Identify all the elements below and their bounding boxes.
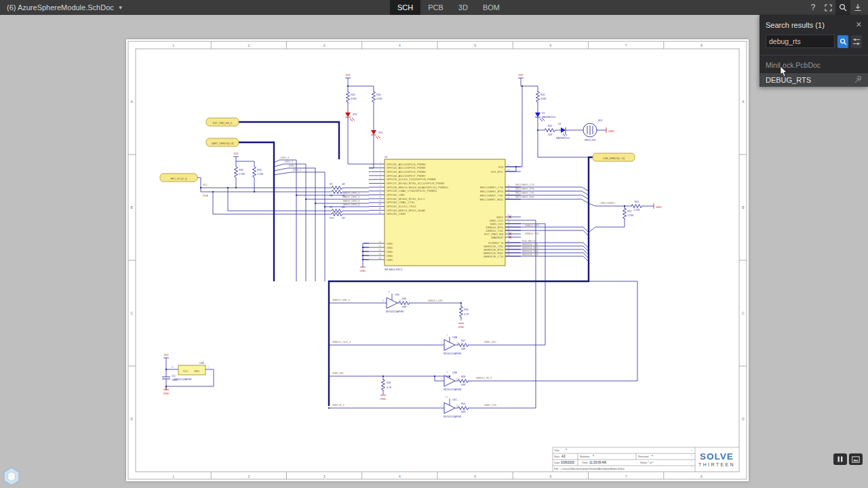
svg-text:R49: R49 (387, 382, 391, 384)
generated-label: 33 (507, 247, 510, 249)
generated-label: 4 (399, 474, 401, 479)
download-icon[interactable] (850, 0, 865, 15)
svg-text:Date:: Date: (554, 461, 561, 464)
generated-label: 10 (378, 192, 381, 195)
generated-label: 17 (507, 184, 510, 187)
generated-label: GPIO64_CNA1_CTS1 (387, 201, 415, 204)
svg-text:R50: R50 (461, 403, 466, 405)
svg-text:GND: GND (380, 397, 387, 401)
svg-text:SWD_CLK: SWD_CLK (484, 404, 497, 407)
magnifier-icon (840, 38, 847, 45)
schematic-sheet[interactable]: 1122334455667788AABBCCDD (126, 39, 749, 481)
generated-label: 19 (507, 192, 510, 195)
close-icon[interactable]: ✕ (856, 20, 862, 29)
document-selector[interactable]: (6) AzureSphereModule.SchDoc ▼ (0, 0, 130, 15)
svg-text:470R: 470R (376, 98, 382, 100)
generated-label: D (130, 417, 133, 421)
generated-label: 23 (507, 221, 510, 224)
generated-label: 36 (507, 169, 510, 171)
search-result-item[interactable]: DEBUG_RTS (760, 73, 868, 87)
result-group-label: MiniLock.PcbDoc (760, 56, 868, 73)
svg-text:2: 2 (441, 342, 442, 344)
generated-label: 6 (380, 177, 381, 180)
document-title: (6) AzureSphereModule.SchDoc (7, 3, 114, 12)
generated-label: GPIO42_ADC1/GPIO5_PWM5 (387, 166, 426, 169)
generated-label: 3 (323, 474, 326, 479)
svg-text:3: 3 (456, 342, 458, 344)
generated-label: 1 (380, 161, 381, 164)
generated-label: GPIO43_ADC2/GPIO6_PWM6 (387, 170, 426, 174)
generated-label: C (742, 311, 745, 315)
svg-text:4: 4 (446, 371, 448, 373)
svg-text:2.26K: 2.26K (627, 214, 634, 217)
help-icon[interactable]: ? (806, 0, 821, 15)
generated-label: GPIO26_SCLK0_TXD0/GPIO8_PWM8 (387, 178, 436, 181)
buzzer-b51 (583, 123, 597, 137)
generated-label: GPIO29_CSA0_CTS0/GPIO11_PWM11 (387, 189, 437, 192)
svg-text:R52: R52 (627, 210, 632, 213)
svg-text:SERVICE_TXD: SERVICE_TXD (522, 243, 538, 246)
title-block: Title: * Size: A3 Number: * Revision: * … (553, 447, 739, 472)
generated-label: GPIO60_CM0 (387, 193, 405, 197)
svg-text:9: 9 (441, 405, 442, 407)
pause-button[interactable] (833, 453, 847, 465)
svg-text:R43: R43 (351, 94, 355, 96)
filter-button[interactable] (851, 35, 862, 48)
svg-text:D2: D2 (558, 123, 561, 125)
generated-label: 2 (380, 165, 381, 167)
svg-text:470R: 470R (351, 98, 357, 100)
panel-title: Search results (1) (766, 21, 825, 29)
search-button[interactable] (837, 35, 848, 48)
svg-text:3V3: 3V3 (518, 73, 524, 77)
svg-text:0R: 0R (342, 183, 345, 186)
svg-text:10R: 10R (548, 134, 553, 136)
svg-text:U3E: U3E (199, 362, 205, 365)
tab-sch[interactable]: SCH (390, 0, 420, 15)
generated-label: 20 (507, 197, 510, 199)
generated-label: 24 (507, 224, 510, 227)
snapshot-button[interactable] (849, 453, 863, 465)
tab-bom[interactable]: BOM (475, 0, 507, 15)
generated-label: 3 (380, 169, 381, 171)
generated-label: GND (387, 250, 393, 253)
fullscreen-icon[interactable] (821, 0, 835, 15)
svg-text:RECOVERY_RTS: RECOVERY_RTS (515, 188, 534, 190)
search-icon[interactable] (835, 0, 850, 15)
jump-to-icon[interactable] (854, 76, 862, 85)
svg-text:B51: B51 (598, 119, 602, 122)
tab-pcb[interactable]: PCB (420, 0, 451, 15)
svg-text:U3B: U3B (452, 371, 458, 374)
svg-text:DRV_1: DRV_1 (293, 169, 301, 171)
schematic-canvas[interactable]: 1122334455667788AABBCCDD (0, 15, 868, 488)
search-input[interactable] (766, 35, 835, 48)
svg-text:D1: D1 (542, 112, 545, 115)
svg-text:2.26K: 2.26K (239, 173, 245, 176)
generated-label: GPIO28_MISO0_RXD0_SDA0/GPIO10_PWM10 (387, 186, 448, 189)
svg-text:3V3: 3V3 (345, 73, 351, 77)
svg-text:U1: U1 (384, 156, 388, 159)
svg-text:U3A: U3A (452, 336, 458, 339)
tab-3d[interactable]: 3D (451, 0, 475, 15)
generated-label: 7 (625, 474, 627, 479)
generated-label: 8 (701, 43, 703, 47)
svg-text:D52: D52 (353, 113, 357, 116)
titlebar-icons: ? (806, 0, 865, 15)
generated-label: 8 (380, 184, 381, 187)
svg-text:6: 6 (456, 378, 458, 380)
generated-label: 40 (378, 211, 381, 214)
svg-text:MELF_DRV_1: MELF_DRV_1 (343, 192, 359, 195)
svg-text:UART_DEBUG[1..8]: UART_DEBUG[1..8] (212, 142, 234, 145)
sliders-icon (852, 38, 861, 45)
svg-text:C51: C51 (172, 375, 176, 378)
svg-text:SDA: SDA (203, 195, 208, 197)
power-part-u3e (178, 365, 205, 375)
svg-text:RECOVERY_RXD: RECOVERY_RXD (515, 196, 535, 199)
svg-text:R12: R12 (330, 217, 334, 220)
generated-label: 9 (380, 188, 381, 191)
capacitor-c51 (162, 377, 170, 379)
svg-text:Number:: Number: (580, 455, 590, 458)
svg-text:DEBUG_RTS: DEBUG_RTS (525, 224, 539, 227)
svg-text:RECOVERY_TXD: RECOVERY_TXD (515, 192, 534, 195)
svg-text:Sheet * of *: Sheet * of * (640, 461, 654, 464)
svg-text:SWDIO_DIR: SWDIO_DIR (428, 300, 443, 302)
